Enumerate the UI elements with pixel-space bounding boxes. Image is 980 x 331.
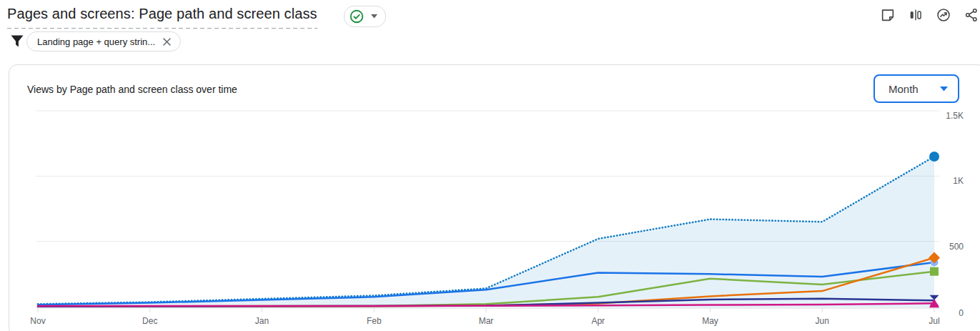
page-title: Pages and screens: Page path and screen … <box>7 6 317 29</box>
insights-icon[interactable] <box>935 6 952 24</box>
x-axis-label: Dec <box>142 316 157 326</box>
granularity-value: Month <box>889 83 919 95</box>
x-axis-label: Nov <box>30 316 45 326</box>
y-axis-label: 1K <box>953 176 964 186</box>
end-marker-green <box>930 267 939 276</box>
x-axis-label: Jul <box>929 316 939 326</box>
comparisons-icon[interactable] <box>907 6 924 24</box>
x-axis-ticks <box>38 308 934 312</box>
x-axis-labels: NovDecJanFebMarAprMayJunJul <box>30 316 939 326</box>
end-marker-total-dotted-blue <box>929 152 939 162</box>
filter-chip-close-icon[interactable] <box>162 37 172 46</box>
y-axis-labels: 05001K1.5K <box>946 111 964 318</box>
filter-chip-label: Landing page + query strin... <box>37 36 155 47</box>
views-over-time-chart: 05001K1.5KNovDecJanFebMarAprMayJunJul <box>9 100 980 331</box>
page-notes-icon[interactable] <box>879 6 896 24</box>
header-actions <box>879 6 980 24</box>
x-axis-label: Apr <box>591 316 605 326</box>
y-axis-label: 0 <box>959 308 964 318</box>
chevron-down-icon <box>371 14 377 19</box>
share-icon[interactable] <box>963 6 980 24</box>
area-fill-total-dotted-blue <box>38 157 934 307</box>
x-axis-label: Mar <box>479 316 494 326</box>
x-axis-label: Feb <box>367 316 382 326</box>
x-axis-label: Jan <box>255 316 269 326</box>
granularity-dropdown[interactable]: Month <box>873 74 959 103</box>
x-axis-label: May <box>702 316 718 326</box>
y-axis-label: 1.5K <box>946 111 964 121</box>
chart-title: Views by Page path and screen class over… <box>27 84 237 95</box>
report-status-badge[interactable] <box>344 6 386 27</box>
filter-funnel-icon <box>10 34 24 51</box>
chevron-down-icon <box>940 87 948 92</box>
check-circle-icon <box>349 9 365 24</box>
y-axis-label: 500 <box>949 242 964 252</box>
filter-chip[interactable]: Landing page + query strin... <box>26 31 181 51</box>
x-axis-label: Jun <box>816 316 829 326</box>
